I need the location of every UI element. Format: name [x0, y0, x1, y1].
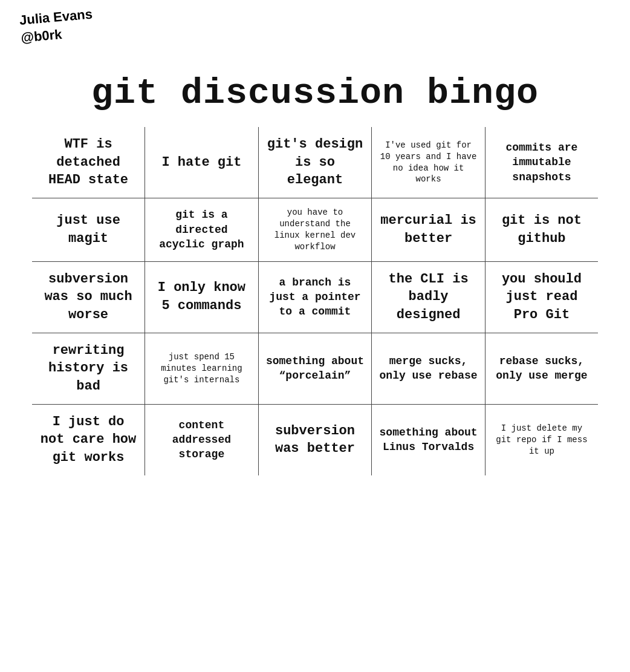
bingo-cell-3-0: rewriting history is bad	[31, 333, 145, 404]
bingo-cell-0-1: I hate git	[145, 126, 259, 198]
bingo-cell-0-4: commits are immutable snapshots	[485, 126, 599, 198]
bingo-cell-0-2: git's design is so elegant	[258, 126, 372, 198]
author-name: Julia Evans	[19, 6, 93, 27]
bingo-cell-0-0: WTF is detached HEAD state	[31, 126, 145, 198]
bingo-board: WTF is detached HEAD stateI hate gitgit'…	[31, 126, 599, 477]
bingo-cell-2-0: subversion was so much worse	[31, 261, 145, 333]
bingo-cell-3-3: merge sucks, only use rebase	[372, 333, 485, 404]
bingo-cell-0-3: I've used git for 10 years and I have no…	[372, 126, 485, 198]
bingo-cell-4-4: I just delete my git repo if I mess it u…	[485, 404, 599, 476]
bingo-cell-4-0: I just do not care how git works	[31, 404, 145, 476]
bingo-cell-3-2: something about “porcelain”	[258, 333, 372, 404]
bingo-cell-2-4: you should just read Pro Git	[485, 261, 599, 333]
bingo-cell-3-4: rebase sucks, only use merge	[485, 333, 599, 404]
bingo-cell-2-3: the CLI is badly designed	[372, 261, 485, 333]
bingo-cell-1-4: git is not github	[485, 198, 599, 262]
bingo-cell-1-2: you have to understand the linux kernel …	[258, 198, 372, 262]
bingo-cell-1-0: just use magit	[31, 198, 145, 262]
bingo-cell-4-3: something about Linus Torvalds	[372, 404, 485, 476]
bingo-cell-4-2: subversion was better	[258, 404, 372, 476]
page-container: Julia Evans @b0rk git discussion bingo W…	[19, 12, 611, 477]
author-label: Julia Evans @b0rk	[19, 5, 95, 47]
bingo-cell-4-1: content addressed storage	[145, 404, 259, 476]
bingo-cell-3-1: just spend 15 minutes learning git's int…	[145, 333, 259, 404]
bingo-cell-2-2: a branch is just a pointer to a commit	[258, 261, 372, 333]
bingo-cell-2-1: I only know 5 commands	[145, 261, 259, 333]
bingo-cell-1-1: git is a directed acyclic graph	[145, 198, 259, 262]
bingo-cell-1-3: mercurial is better	[372, 198, 485, 262]
author-handle: @b0rk	[21, 27, 63, 45]
page-title: git discussion bingo	[91, 73, 539, 114]
